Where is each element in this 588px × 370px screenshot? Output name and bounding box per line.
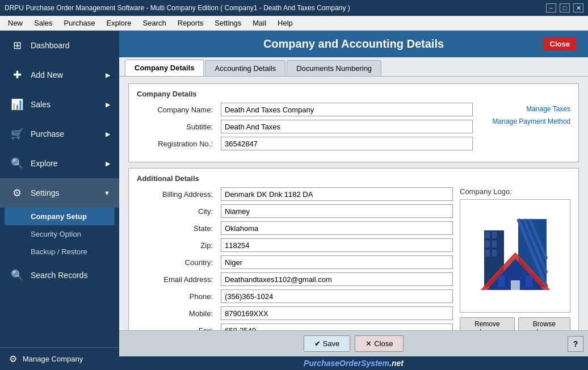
svg-rect-7 [492,250,497,257]
menu-explore[interactable]: Explore [100,17,137,29]
company-logo-image [473,208,558,304]
title-bar: DRPU Purchase Order Management Software … [0,0,588,16]
phone-input[interactable] [221,289,453,303]
company-name-input[interactable] [221,103,473,116]
purchase-icon: 🛒 [9,126,25,142]
svg-rect-2 [485,232,490,238]
tab-accounting-details[interactable]: Accounting Details [205,60,285,76]
save-button[interactable]: ✔ Save [304,335,351,352]
sidebar-explore-label: Explore [31,159,57,168]
city-label: City: [137,207,216,216]
sales-icon: 📊 [9,96,25,112]
additional-layout: Billing Address: City: State: Zip: Count… [137,187,570,330]
mobile-input[interactable] [221,306,453,320]
billing-address-input[interactable] [221,187,453,201]
sidebar-item-security-option[interactable]: Security Option [0,225,119,243]
tabs-container: Company Details Accounting Details Docum… [119,57,588,77]
main-layout: ⊞ Dashboard ✚ Add New ▶ 📊 Sales ▶ 🛒 Purc… [0,31,588,370]
phone-label: Phone: [137,292,216,301]
logo-buttons: Remove Logo Browse Logo [460,317,570,330]
menu-sales[interactable]: Sales [28,17,58,29]
dashboard-icon: ⊞ [9,37,25,53]
help-button[interactable]: ? [568,336,583,352]
billing-address-label: Billing Address: [137,190,216,199]
tab-company-details[interactable]: Company Details [125,60,204,76]
sidebar-item-settings[interactable]: ⚙ Settings ▼ [0,178,119,208]
sidebar-dashboard-label: Dashboard [31,41,70,50]
sidebar-item-add-new[interactable]: ✚ Add New ▶ [0,60,119,90]
sidebar-sales-label: Sales [31,100,51,109]
manage-company-button[interactable]: ⚙ Manage Company [0,347,119,370]
close-label: Close [374,339,393,348]
sidebar-purchase-label: Purchase [31,129,64,138]
close-x-icon: ✕ [366,339,372,348]
window-close-button[interactable]: ✕ [573,3,583,12]
city-input[interactable] [221,204,453,218]
subtitle-input[interactable] [221,120,473,133]
email-input[interactable] [221,272,453,286]
svg-rect-6 [485,250,490,257]
menu-search[interactable]: Search [137,17,172,29]
registration-input[interactable] [221,137,473,150]
purchase-arrow: ▶ [106,131,110,138]
page-title: Company and Accounting Details [263,37,444,51]
svg-rect-15 [526,276,532,287]
additional-details-section: Additional Details Billing Address: City… [128,168,579,330]
manage-company-icon: ⚙ [9,354,17,364]
menu-reports[interactable]: Reports [172,17,209,29]
registration-label: Registration No.: [137,140,216,148]
bottom-actions: ✔ Save ✕ Close [304,335,404,352]
sidebar-item-backup-restore[interactable]: Backup / Restore [0,243,119,260]
menu-purchase[interactable]: Purchase [58,17,101,29]
explore-arrow: ▶ [106,160,110,167]
bottom-bar: ✔ Save ✕ Close ? [119,330,588,356]
sidebar-item-sales[interactable]: 📊 Sales ▶ [0,90,119,119]
maximize-button[interactable]: □ [560,3,570,12]
settings-arrow: ▼ [104,190,110,196]
sidebar-addnew-label: Add New [31,70,63,79]
header-close-button[interactable]: Close [543,37,577,51]
logo-section: Company Logo: [460,187,570,330]
tab-documents-numbering[interactable]: Documents Numbering [287,60,381,76]
fax-input[interactable] [221,323,453,330]
additional-details-header: Additional Details [137,174,570,183]
backup-restore-label: Backup / Restore [31,247,87,256]
save-label: Save [323,339,340,348]
remove-logo-button[interactable]: Remove Logo [460,317,515,330]
content-area: Company and Accounting Details Close Com… [119,31,588,370]
manage-taxes-link[interactable]: Manage Taxes [526,105,570,113]
menu-mail[interactable]: Mail [247,17,272,29]
zip-input[interactable] [221,238,453,252]
svg-rect-3 [492,232,497,238]
add-new-icon: ✚ [9,67,25,83]
sales-arrow: ▶ [106,101,110,108]
minimize-button[interactable]: − [546,3,556,12]
sidebar-item-search-records[interactable]: 🔍 Search Records [0,260,119,290]
window-controls: − □ ✕ [546,3,583,12]
manage-payment-link[interactable]: Manage Payment Method [493,117,570,125]
sidebar-item-explore[interactable]: 🔍 Explore ▶ [0,149,119,178]
state-label: State: [137,224,216,233]
security-option-label: Security Option [31,230,81,238]
svg-rect-4 [485,241,490,247]
search-records-icon: 🔍 [9,267,25,283]
close-button[interactable]: ✕ Close [355,335,404,352]
mobile-label: Mobile: [137,309,216,318]
country-input[interactable] [221,255,453,269]
browse-logo-button[interactable]: Browse Logo [518,317,570,330]
menu-settings[interactable]: Settings [209,17,247,29]
explore-icon: 🔍 [9,155,25,171]
sidebar-item-company-setup[interactable]: Company Setup [5,208,115,225]
save-checkmark-icon: ✔ [314,339,321,348]
state-input[interactable] [221,221,453,235]
menu-new[interactable]: New [2,17,28,29]
svg-rect-16 [511,280,520,290]
menu-help[interactable]: Help [272,17,299,29]
subtitle-label: Subtitle: [137,123,216,131]
app-title: DRPU Purchase Order Management Software … [5,4,350,12]
sidebar-search-records-label: Search Records [31,271,87,280]
additional-left: Billing Address: City: State: Zip: Count… [137,187,453,330]
sidebar-item-dashboard[interactable]: ⊞ Dashboard [0,31,119,60]
company-name-label: Company Name: [137,106,216,114]
sidebar-item-purchase[interactable]: 🛒 Purchase ▶ [0,119,119,149]
